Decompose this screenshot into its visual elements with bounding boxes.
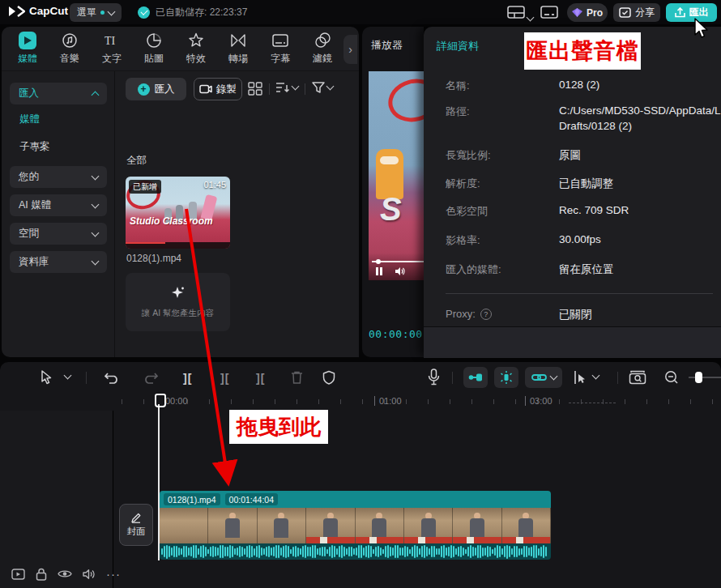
import-media-button[interactable]: + 匯入 (126, 78, 186, 100)
record-button[interactable]: 錄製 (194, 78, 242, 100)
sidebar-item-yours[interactable]: 您的 (10, 166, 107, 188)
media-clip-thumbnail[interactable]: Studio Classroom 已新增 01:45 (126, 177, 230, 249)
tab-effects[interactable]: 特效 (180, 32, 212, 66)
burst-icon (499, 371, 514, 384)
tab-text[interactable]: TI 文字 (96, 32, 128, 66)
menu-dot (100, 11, 105, 15)
sidebar-label: 您的 (19, 170, 39, 184)
filmstrip-frame (208, 508, 257, 543)
media-library-panel: 媒體 音樂 TI 文字 貼圖 特效 轉場 (2, 27, 359, 357)
sidebar-label: 媒體 (19, 113, 40, 125)
ruler-ticks (122, 399, 721, 404)
layout-switch-icon[interactable] (507, 6, 525, 19)
trim-left-icon[interactable]: ][ (220, 372, 229, 385)
sort-icon[interactable] (275, 80, 298, 95)
timeline-preview-icon[interactable] (629, 370, 646, 385)
filmstrip-frame (453, 508, 501, 543)
timeline-ruler[interactable]: 00:00 01:00 03:00 (0, 394, 721, 411)
chevron-down-icon (292, 83, 300, 91)
export-button[interactable]: 匯出 (666, 3, 717, 22)
lock-icon[interactable] (36, 568, 47, 581)
chevron-down-icon (92, 172, 100, 180)
playback-progress-bar[interactable] (372, 261, 424, 262)
chevron-up-icon (92, 91, 100, 99)
split-icon[interactable]: ][ (183, 372, 192, 385)
chevron-down-icon (92, 228, 100, 236)
link-icon (531, 373, 547, 382)
tab-label: 字幕 (271, 52, 290, 66)
sidebar-item-ai-media[interactable]: AI 媒體 (10, 194, 107, 216)
preview-axis-button[interactable] (494, 367, 518, 388)
volume-icon[interactable] (395, 266, 406, 276)
redo-icon[interactable] (143, 369, 159, 385)
more-options-icon[interactable]: ··· (106, 567, 121, 581)
top-bar: CapCut 選單 已自動儲存: 22:23:37 Pro 分享 匯出 (0, 0, 721, 24)
tab-stickers[interactable]: 貼圖 (138, 32, 170, 66)
sidebar-label: 空間 (19, 227, 39, 241)
section-all-label[interactable]: 全部 (126, 154, 147, 168)
zoom-out-icon[interactable] (664, 370, 679, 385)
annotation-drag-here: 拖曳到此 (229, 410, 328, 444)
clip-timecode-chip: 00:01:44:04 (225, 493, 278, 505)
eye-icon[interactable] (58, 569, 72, 579)
filmstrip-frame (502, 508, 551, 543)
record-label: 錄製 (216, 83, 237, 96)
share-icon (619, 7, 631, 18)
help-icon[interactable]: ? (480, 309, 492, 320)
chevron-down-icon (108, 7, 116, 15)
tab-filters[interactable]: 濾鏡 (306, 32, 339, 66)
pro-diamond-icon (572, 8, 582, 17)
filmstrip-frame (258, 508, 306, 543)
menu-button[interactable]: 選單 (70, 3, 122, 22)
adjust-panel-icon[interactable] (540, 6, 558, 19)
audio-waveform (160, 543, 551, 560)
microphone-icon[interactable] (428, 369, 440, 386)
trim-right-icon[interactable]: ][ (256, 372, 265, 385)
detail-label: 長寬比例: (446, 148, 491, 163)
capcut-window: CapCut 選單 已自動儲存: 22:23:37 Pro 分享 匯出 (0, 0, 721, 588)
ruler-label: 00:00 (165, 396, 188, 406)
ai-generate-card[interactable]: 讓 AI 幫您產生內容 (126, 273, 230, 331)
link-toggle-button[interactable] (525, 367, 562, 388)
filter-icon[interactable] (311, 80, 333, 95)
split-cursor-chevron[interactable] (593, 375, 599, 378)
video-preview[interactable]: S (369, 71, 424, 280)
added-badge: 已新增 (129, 180, 161, 194)
select-tool-chevron[interactable] (65, 375, 70, 378)
shield-icon[interactable] (322, 370, 335, 385)
timeline-zoom-slider[interactable] (689, 377, 721, 378)
cover-button[interactable]: 封面 (119, 504, 153, 546)
sidebar-item-spaces[interactable]: 空間 (10, 223, 107, 245)
divider (446, 293, 713, 294)
sidebar-item-media[interactable]: 媒體 (19, 113, 40, 126)
layout-chevron-icon[interactable] (527, 9, 533, 23)
tab-audio[interactable]: 音樂 (53, 32, 86, 66)
sidebar-item-import[interactable]: 匯入 (10, 83, 107, 104)
detail-value: C:/Users/MD530-SSD/AppData/L (559, 104, 721, 117)
speaker-icon[interactable] (83, 569, 96, 580)
undo-icon[interactable] (104, 369, 120, 385)
pause-icon[interactable] (376, 267, 382, 275)
details-tab[interactable]: 詳細資料 (437, 39, 479, 53)
tabs-expand-button[interactable]: › (343, 35, 357, 64)
chevron-down-icon (549, 373, 557, 381)
transition-icon (229, 32, 247, 49)
grid-view-icon[interactable] (247, 80, 263, 96)
select-tool-icon[interactable] (41, 370, 54, 385)
split-cursor-icon[interactable] (572, 370, 587, 385)
snap-toggle-button[interactable] (463, 367, 488, 388)
pro-button[interactable]: Pro (567, 3, 608, 22)
timeline-clip[interactable]: 0128(1).mp4 00:01:44:04 (160, 491, 551, 560)
filmstrip-frame (404, 508, 453, 543)
tab-captions[interactable]: 字幕 (264, 32, 297, 66)
sidebar-item-subproject[interactable]: 子專案 (19, 140, 50, 154)
chevron-down-icon (92, 200, 100, 208)
delete-icon[interactable] (290, 370, 304, 385)
tab-media[interactable]: 媒體 (11, 32, 44, 66)
sidebar-item-library[interactable]: 資料庫 (10, 251, 107, 273)
share-button[interactable]: 分享 (613, 3, 660, 22)
zoom-slider-handle[interactable] (695, 372, 702, 383)
tab-transitions[interactable]: 轉場 (222, 32, 254, 66)
playhead-handle[interactable] (155, 394, 166, 407)
detail-value: 30.00fps (559, 233, 601, 245)
